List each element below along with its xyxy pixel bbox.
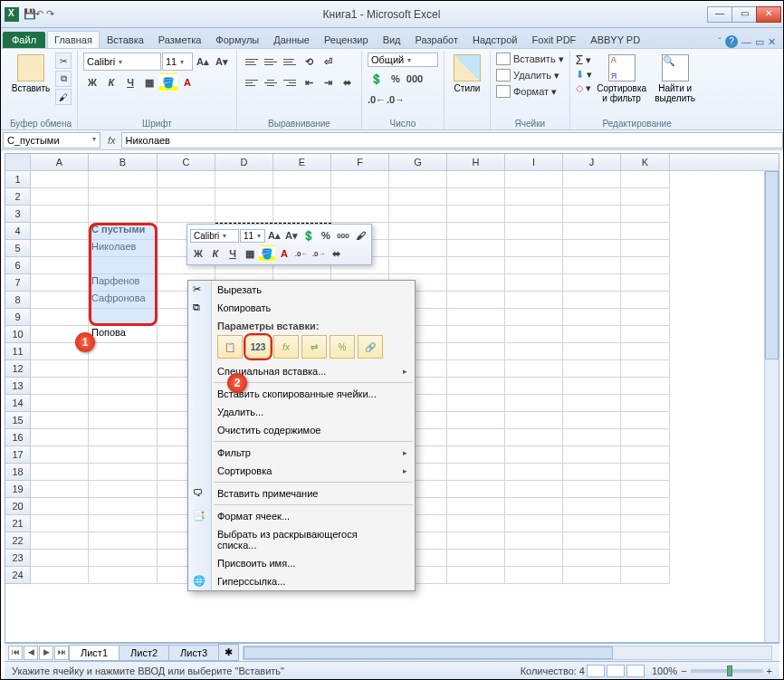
indent-inc-icon[interactable]: ⇥ xyxy=(319,73,337,91)
zoom-value[interactable]: 100% xyxy=(652,666,677,676)
merge-button[interactable]: ⬌ xyxy=(338,73,356,91)
cell[interactable] xyxy=(89,395,158,412)
paste-formulas-button[interactable]: fx xyxy=(273,335,299,359)
row-header[interactable]: 16 xyxy=(5,429,31,446)
cell[interactable] xyxy=(621,240,670,257)
mdi-close-icon[interactable]: ✕ xyxy=(768,36,776,48)
row-header[interactable]: 17 xyxy=(5,446,31,464)
cell[interactable] xyxy=(563,274,621,292)
cell[interactable] xyxy=(31,412,89,429)
copy-icon[interactable]: ⧉ xyxy=(55,71,72,87)
cell[interactable] xyxy=(621,515,670,532)
cell[interactable] xyxy=(563,532,621,550)
cell[interactable] xyxy=(447,481,505,498)
cell[interactable] xyxy=(621,223,670,240)
cell[interactable] xyxy=(621,188,670,206)
row-header[interactable]: 12 xyxy=(5,360,31,378)
cell[interactable] xyxy=(89,360,158,378)
row-header[interactable]: 18 xyxy=(5,464,31,481)
cell[interactable] xyxy=(505,240,563,257)
clear-button[interactable]: ◇ ▾ xyxy=(576,82,592,94)
orientation-icon[interactable]: ⟲ xyxy=(300,53,318,71)
align-middle-icon[interactable] xyxy=(262,53,280,71)
tab-view[interactable]: Вид xyxy=(376,31,408,48)
cell[interactable] xyxy=(621,257,670,274)
mini-underline-button[interactable]: Ч xyxy=(225,245,241,262)
sheet-tab[interactable]: Лист3 xyxy=(168,645,219,661)
col-header[interactable]: A xyxy=(31,154,89,170)
cell[interactable] xyxy=(563,223,621,240)
tab-developer[interactable]: Разработ xyxy=(408,31,465,48)
align-left-icon[interactable] xyxy=(243,73,261,91)
cell[interactable] xyxy=(563,343,621,360)
cell[interactable] xyxy=(505,292,563,309)
cell[interactable] xyxy=(331,171,389,188)
cell[interactable] xyxy=(621,343,670,360)
cell[interactable] xyxy=(89,171,158,188)
cell[interactable] xyxy=(447,360,505,378)
row-header[interactable]: 21 xyxy=(5,515,31,532)
cell[interactable] xyxy=(89,446,158,464)
dec-decimal-icon[interactable]: .0→ xyxy=(387,91,405,109)
tab-foxit[interactable]: Foxit PDF xyxy=(524,31,583,48)
cell[interactable] xyxy=(563,412,621,429)
cell[interactable] xyxy=(89,378,158,395)
cell[interactable] xyxy=(389,257,447,274)
cell[interactable] xyxy=(621,550,670,567)
underline-button[interactable]: Ч xyxy=(121,73,139,91)
cell[interactable] xyxy=(505,481,563,498)
cell[interactable] xyxy=(31,464,89,481)
ctx-filter[interactable]: Фильтр▸ xyxy=(188,444,415,462)
row-header[interactable]: 19 xyxy=(5,481,31,498)
cell[interactable] xyxy=(621,481,670,498)
cell[interactable] xyxy=(621,429,670,446)
cell[interactable] xyxy=(215,188,273,206)
cells-format-button[interactable]: Формат ▾ xyxy=(496,85,557,98)
number-format-combo[interactable]: Общий▾ xyxy=(368,53,438,67)
percent-icon[interactable]: % xyxy=(387,70,405,88)
sheet-nav-prev[interactable]: ◀ xyxy=(24,646,38,660)
cell[interactable] xyxy=(621,446,670,464)
col-header[interactable]: F xyxy=(331,154,389,170)
cell[interactable] xyxy=(215,171,273,188)
cell[interactable] xyxy=(89,515,158,532)
sheet-tab[interactable]: Лист2 xyxy=(119,645,169,661)
cell[interactable] xyxy=(505,378,563,395)
cell[interactable] xyxy=(505,257,563,274)
cell[interactable]: Николаев xyxy=(89,240,158,257)
tab-addins[interactable]: Надстрой xyxy=(465,31,524,48)
col-header[interactable]: J xyxy=(563,154,621,170)
cell[interactable] xyxy=(505,343,563,360)
cell[interactable] xyxy=(505,429,563,446)
cell[interactable] xyxy=(505,188,563,206)
sort-filter-button[interactable]: АЯ Сортировка и фильтр xyxy=(596,53,648,105)
cell[interactable] xyxy=(505,309,563,326)
mini-comma-icon[interactable]: 000 xyxy=(335,227,351,244)
paste-all-button[interactable]: 📋 xyxy=(217,335,243,359)
view-layout-icon[interactable] xyxy=(607,665,625,677)
row-header[interactable]: 8 xyxy=(5,292,31,309)
cell[interactable] xyxy=(621,532,670,550)
cell[interactable] xyxy=(389,188,447,206)
cell[interactable] xyxy=(505,412,563,429)
cell[interactable] xyxy=(31,240,89,257)
cell[interactable] xyxy=(158,171,215,188)
cells-delete-button[interactable]: Удалить ▾ xyxy=(496,69,559,81)
tab-home[interactable]: Главная xyxy=(47,31,100,48)
col-header[interactable]: E xyxy=(273,154,331,170)
cell[interactable] xyxy=(389,171,447,188)
font-name-combo[interactable]: Calibri▾ xyxy=(83,53,161,71)
border-button[interactable]: ▦ xyxy=(140,73,158,91)
align-center-icon[interactable] xyxy=(262,73,280,91)
currency-icon[interactable]: 💲 xyxy=(368,70,386,88)
cell[interactable] xyxy=(273,171,331,188)
sheet-nav-last[interactable]: ⏭ xyxy=(54,646,69,660)
cell[interactable] xyxy=(621,274,670,292)
maximize-button[interactable]: ▭ xyxy=(731,6,757,23)
mini-percent-icon[interactable]: % xyxy=(318,227,334,244)
cell[interactable] xyxy=(447,292,505,309)
qat-undo-icon[interactable]: ↶ xyxy=(34,8,43,20)
ctx-cut[interactable]: ✂Вырезать xyxy=(188,281,415,299)
row-header[interactable]: 20 xyxy=(5,498,31,515)
col-header[interactable]: I xyxy=(505,154,563,170)
